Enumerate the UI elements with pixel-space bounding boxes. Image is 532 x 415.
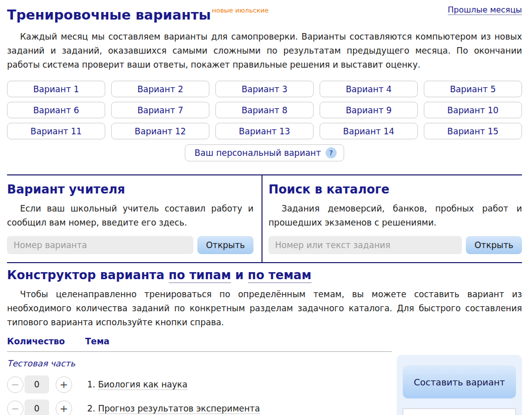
variant-button[interactable]: Вариант 2 bbox=[111, 81, 209, 97]
personal-variant-button[interactable]: Ваш персональный вариант ? bbox=[185, 144, 344, 161]
quantity-value: 0 bbox=[25, 375, 49, 393]
topic-row: − 0 + 1. Биология как наука bbox=[7, 375, 397, 393]
quantity-column-header: Количество bbox=[7, 336, 85, 346]
variant-button[interactable]: Вариант 7 bbox=[111, 102, 209, 118]
topic-row: − 0 + 2. Прогноз результатов эксперимент… bbox=[7, 399, 397, 415]
intro-paragraph: Каждый месяц мы составляем варианты для … bbox=[7, 30, 522, 72]
page-title-text: Тренировочные варианты bbox=[7, 7, 211, 23]
catalog-search-form: Открыть bbox=[269, 236, 522, 254]
topic-label: 2. Прогноз результатов эксперимента bbox=[87, 403, 260, 413]
catalog-search-description: Задания демоверсий, банков, пробных рабо… bbox=[269, 201, 522, 230]
topic-link[interactable]: Прогноз результатов эксперимента bbox=[98, 403, 260, 414]
personal-variant-row: Ваш персональный вариант ? bbox=[7, 144, 522, 161]
constructor-heading-and: и bbox=[231, 268, 248, 282]
test-part-option-row[interactable]: Тестовая часть bbox=[403, 408, 516, 415]
variant-button[interactable]: Вариант 12 bbox=[111, 123, 209, 139]
teacher-variant-description: Если ваш школьный учитель составил работ… bbox=[7, 201, 253, 230]
decrement-button[interactable]: − bbox=[7, 400, 24, 415]
topic-number: 1. bbox=[87, 379, 95, 389]
decrement-button[interactable]: − bbox=[7, 376, 24, 393]
training-variants-page: Тренировочные вариантыновые июльские Про… bbox=[7, 0, 522, 415]
variant-button[interactable]: Вариант 9 bbox=[320, 102, 418, 118]
constructor-description: Чтобы целенаправленно тренироваться по о… bbox=[7, 287, 522, 329]
past-months-link[interactable]: Прошлые месяцы bbox=[448, 5, 522, 15]
constructor-body: Тестовая часть − 0 + 1. Биология как нау… bbox=[7, 352, 522, 415]
variant-button[interactable]: Вариант 3 bbox=[215, 81, 314, 97]
by-themes-link[interactable]: по темам bbox=[248, 268, 312, 283]
teacher-variant-form: Открыть bbox=[7, 236, 253, 254]
topic-link[interactable]: Биология как наука bbox=[98, 379, 188, 390]
variant-button[interactable]: Вариант 1 bbox=[7, 81, 105, 97]
teacher-variant-heading: Вариант учителя bbox=[7, 181, 253, 197]
constructor-heading-text: Конструктор варианта bbox=[7, 268, 169, 282]
topic-number: 2. bbox=[87, 403, 95, 413]
variant-button[interactable]: Вариант 4 bbox=[320, 81, 418, 97]
catalog-search-column: Поиск в каталоге Задания демоверсий, бан… bbox=[261, 175, 522, 262]
quantity-value: 0 bbox=[25, 399, 49, 415]
variant-button[interactable]: Вариант 6 bbox=[7, 102, 105, 118]
variant-button[interactable]: Вариант 10 bbox=[424, 102, 522, 118]
increment-button[interactable]: + bbox=[56, 376, 72, 393]
catalog-search-heading: Поиск в каталоге bbox=[269, 181, 522, 197]
variant-button[interactable]: Вариант 13 bbox=[215, 123, 314, 139]
variant-button[interactable]: Вариант 8 bbox=[215, 102, 314, 118]
page-header: Тренировочные вариантыновые июльские Про… bbox=[7, 2, 522, 24]
teacher-variant-column: Вариант учителя Если ваш школьный учител… bbox=[7, 175, 261, 262]
by-types-link[interactable]: по типам bbox=[169, 268, 231, 283]
theme-column-header: Тема bbox=[85, 336, 110, 346]
compose-variant-button[interactable]: Составить вариант bbox=[403, 365, 516, 398]
variant-button[interactable]: Вариант 14 bbox=[320, 123, 418, 139]
topic-label: 1. Биология как наука bbox=[87, 379, 187, 389]
variant-number-input[interactable] bbox=[7, 236, 193, 254]
variant-buttons-grid: Вариант 1Вариант 2Вариант 3Вариант 4Вари… bbox=[7, 81, 522, 139]
variant-button[interactable]: Вариант 5 bbox=[424, 81, 522, 97]
variant-button[interactable]: Вариант 11 bbox=[7, 123, 105, 139]
variant-button[interactable]: Вариант 15 bbox=[424, 123, 522, 139]
new-variants-badge[interactable]: новые июльские bbox=[212, 7, 269, 14]
page-title: Тренировочные вариантыновые июльские bbox=[7, 2, 269, 24]
topic-list: Тестовая часть − 0 + 1. Биология как нау… bbox=[7, 352, 397, 415]
open-search-button[interactable]: Открыть bbox=[466, 236, 522, 254]
increment-button[interactable]: + bbox=[56, 400, 72, 415]
constructor-heading: Конструктор варианта по типам и по темам bbox=[7, 267, 522, 283]
quick-compose-panel: Составить вариант Тестовая часть bbox=[397, 355, 522, 415]
teacher-and-search-section: Вариант учителя Если ваш школьный учител… bbox=[7, 174, 522, 263]
test-part-section-label: Тестовая часть bbox=[7, 358, 397, 368]
topic-table-header: Количество Тема bbox=[7, 336, 522, 346]
help-icon[interactable]: ? bbox=[326, 147, 337, 158]
catalog-search-input[interactable] bbox=[269, 236, 462, 254]
personal-variant-label: Ваш персональный вариант bbox=[194, 148, 321, 158]
open-variant-button[interactable]: Открыть bbox=[197, 236, 253, 254]
